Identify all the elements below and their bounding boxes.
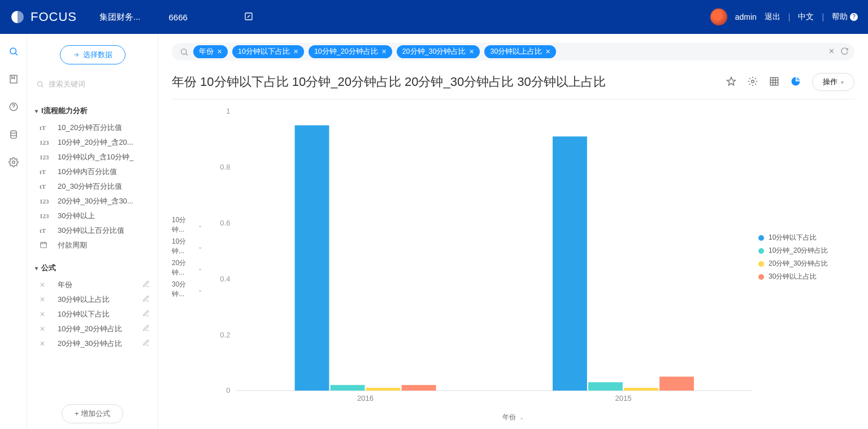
group-1-header[interactable]: ▾l流程能力分析 (35, 106, 150, 116)
add-formula-button[interactable]: + 增加公式 (62, 404, 123, 423)
field-type-icon: tT (40, 183, 53, 190)
legend-item[interactable]: 10分钟_20分钟占比 (758, 246, 854, 255)
clear-icon[interactable]: ✕ (828, 47, 835, 57)
bar[interactable] (553, 136, 587, 391)
legend-item[interactable]: 10分钟以下占比 (758, 233, 854, 242)
y-axis-series-label[interactable]: 30分钟...⌄ (172, 280, 202, 299)
field-item[interactable]: 付款周期 (35, 238, 150, 253)
y-axis-series-label[interactable]: 20分钟...⌄ (172, 258, 202, 278)
plot[interactable]: 00.20.40.60.8120162015 (206, 105, 758, 409)
chip-label: 30分钟以上占比 (490, 47, 542, 57)
legend-item[interactable]: 20分钟_30分钟占比 (758, 259, 854, 268)
bar[interactable] (624, 388, 658, 391)
side-search[interactable] (35, 77, 150, 96)
breadcrumb-project[interactable]: 集团财务... (99, 12, 141, 23)
rail-help-icon[interactable] (8, 102, 19, 114)
field-item[interactable]: 12320分钟_30分钟_含30... (35, 194, 150, 209)
field-item[interactable]: 12330分钟以上 (35, 209, 150, 223)
table-icon[interactable] (769, 76, 779, 88)
remove-icon[interactable]: ✕ (40, 310, 53, 318)
bar[interactable] (295, 125, 329, 391)
select-data-button[interactable]: 选择数据 (60, 45, 125, 64)
formula-label: 20分钟_30分钟占比 (58, 339, 138, 349)
edit-formula-icon[interactable] (142, 324, 150, 333)
user-name[interactable]: admin (735, 12, 757, 21)
query-chip[interactable]: 30分钟以上占比✕ (484, 45, 556, 58)
edit-icon[interactable] (244, 12, 253, 23)
svg-rect-2 (10, 75, 17, 83)
field-label: 20分钟_30分钟_含30... (58, 196, 150, 206)
remove-icon[interactable]: ✕ (40, 296, 53, 304)
query-chip[interactable]: 20分钟_30分钟占比✕ (397, 45, 480, 58)
query-chip[interactable]: 10分钟以下占比✕ (232, 45, 304, 58)
field-item[interactable]: tT10分钟内百分比值 (35, 164, 150, 179)
formulas-list: ✕年份✕30分钟以上占比✕10分钟以下占比✕10分钟_20分钟占比✕20分钟_3… (35, 278, 150, 351)
y-axis-series-label[interactable]: 10分钟...⌄ (172, 215, 202, 235)
chip-remove-icon[interactable]: ✕ (217, 48, 222, 55)
formula-item[interactable]: ✕10分钟_20分钟占比 (35, 322, 150, 336)
avatar[interactable] (710, 8, 727, 25)
chip-remove-icon[interactable]: ✕ (381, 48, 387, 55)
svg-point-5 (12, 161, 15, 164)
edit-formula-icon[interactable] (142, 310, 150, 319)
formula-item[interactable]: ✕10分钟以下占比 (35, 307, 150, 322)
formula-item[interactable]: ✕年份 (35, 278, 150, 292)
field-item[interactable]: tT10_20分钟百分比值 (35, 120, 150, 135)
logout-link[interactable]: 退出 (765, 12, 780, 22)
edit-formula-icon[interactable] (142, 295, 150, 304)
rail-bookmark-icon[interactable] (8, 74, 19, 86)
remove-icon[interactable]: ✕ (40, 340, 53, 348)
rail-search-icon[interactable] (8, 46, 19, 58)
svg-text:0: 0 (226, 386, 230, 395)
chip-label: 10分钟以下占比 (238, 47, 290, 57)
bar[interactable] (402, 385, 436, 391)
field-item[interactable]: tT20_30分钟百分比值 (35, 179, 150, 194)
lang-link[interactable]: 中文 (798, 12, 814, 22)
main-area: 年份✕10分钟以下占比✕10分钟_20分钟占比✕20分钟_30分钟占比✕30分钟… (158, 34, 868, 429)
remove-icon[interactable]: ✕ (40, 281, 53, 289)
field-item[interactable]: tT30分钟以上百分比值 (35, 223, 150, 238)
y-axis-series-label[interactable]: 10分钟...⌄ (172, 237, 202, 256)
bar[interactable] (588, 382, 623, 391)
chip-remove-icon[interactable]: ✕ (469, 48, 474, 55)
formula-item[interactable]: ✕30分钟以上占比 (35, 292, 150, 307)
pin-icon[interactable] (726, 76, 736, 88)
help-link[interactable]: 帮助 ? (832, 12, 858, 22)
chip-remove-icon[interactable]: ✕ (293, 48, 298, 55)
left-rail (0, 34, 27, 429)
field-type-icon: 123 (40, 154, 53, 161)
gear-icon[interactable] (748, 76, 758, 88)
rail-settings-icon[interactable] (8, 157, 19, 169)
chip-remove-icon[interactable]: ✕ (545, 48, 550, 55)
title-row: 年份 10分钟以下占比 10分钟_20分钟占比 20分钟_30分钟占比 30分钟… (172, 60, 854, 99)
svg-point-1 (10, 48, 16, 54)
field-item[interactable]: 12310分钟_20分钟_含20... (35, 135, 150, 150)
field-item[interactable]: 12310分钟以内_含10分钟_ (35, 150, 150, 164)
refresh-icon[interactable] (840, 47, 849, 57)
brand-text: FOCUS (31, 10, 77, 24)
rail-database-icon[interactable] (8, 129, 19, 141)
group-2-header[interactable]: ▾公式 (35, 263, 150, 273)
operations-button[interactable]: 操作▾ (812, 73, 854, 91)
bar[interactable] (366, 388, 401, 391)
formula-item[interactable]: ✕20分钟_30分钟占比 (35, 336, 150, 351)
query-chip[interactable]: 年份✕ (193, 45, 228, 58)
field-type-icon: tT (40, 227, 53, 234)
edit-formula-icon[interactable] (142, 280, 150, 289)
edit-formula-icon[interactable] (142, 339, 150, 348)
header-breadcrumb: 集团财务... 6666 (99, 12, 253, 23)
x-axis-label[interactable]: 年份⌄ (172, 409, 854, 429)
field-label: 付款周期 (58, 240, 150, 250)
legend-item[interactable]: 30分钟以上占比 (758, 272, 854, 281)
svg-text:2015: 2015 (615, 394, 631, 402)
bar[interactable] (331, 385, 365, 391)
remove-icon[interactable]: ✕ (40, 325, 53, 333)
chart-icon[interactable] (791, 76, 801, 88)
query-bar[interactable]: 年份✕10分钟以下占比✕10分钟_20分钟占比✕20分钟_30分钟占比✕30分钟… (172, 43, 854, 60)
query-chip[interactable]: 10分钟_20分钟占比✕ (309, 45, 392, 58)
breadcrumb-page[interactable]: 6666 (169, 12, 188, 22)
side-search-input[interactable] (47, 79, 149, 89)
field-label: 10分钟以内_含10分钟_ (58, 152, 150, 162)
bar[interactable] (659, 376, 694, 391)
logo-icon (10, 10, 25, 24)
